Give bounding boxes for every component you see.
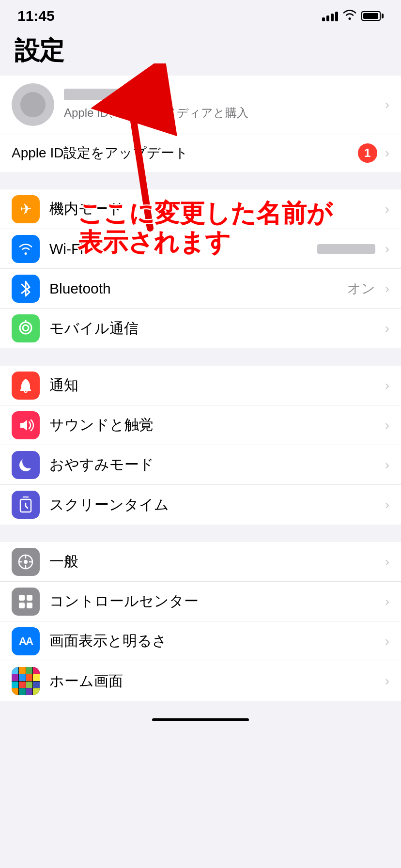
home-bar xyxy=(152,718,249,721)
avatar xyxy=(12,83,54,126)
bluetooth-label: Bluetooth xyxy=(49,280,338,297)
svg-rect-16 xyxy=(19,603,25,608)
general-section: 一般 › コントロールセンター › AA 画面表示と明るさ › xyxy=(0,542,401,701)
bluetooth-icon xyxy=(12,275,40,303)
dnd-icon xyxy=(12,451,40,479)
airplane-icon: ✈ xyxy=(12,195,40,223)
wifi-row[interactable]: Wi-Fi › xyxy=(0,229,401,269)
svg-point-9 xyxy=(24,560,28,564)
update-chevron: › xyxy=(385,145,389,161)
svg-point-1 xyxy=(23,325,29,331)
divider-2 xyxy=(0,348,401,366)
profile-subtitle: Apple ID、iCloud、メディアと購入 xyxy=(64,105,375,121)
notifications-section: 通知 › サウンドと触覚 › おやすみモード xyxy=(0,366,401,525)
wifi-icon-setting xyxy=(12,235,40,263)
settings-content: Apple ID、iCloud、メディアと購入 › Apple ID設定をアップ… xyxy=(0,76,401,711)
homescreen-icon xyxy=(12,667,40,695)
svg-rect-17 xyxy=(27,603,32,608)
svg-point-0 xyxy=(20,322,31,334)
cellular-row[interactable]: モバイル通信 › xyxy=(0,309,401,348)
airplane-chevron: › xyxy=(385,202,389,217)
screentime-icon xyxy=(12,491,40,519)
homescreen-chevron: › xyxy=(385,673,389,689)
apple-id-update-label: Apple ID設定をアップデート xyxy=(12,144,350,162)
cellular-chevron: › xyxy=(385,321,389,336)
dnd-chevron: › xyxy=(385,457,389,473)
display-icon: AA xyxy=(12,627,40,655)
bluetooth-value: オン xyxy=(347,279,375,298)
wifi-value-blur xyxy=(317,244,375,254)
screentime-label: スクリーンタイム xyxy=(49,495,375,515)
connectivity-section: ✈ 機内モード › Wi-Fi › xyxy=(0,189,401,348)
general-icon xyxy=(12,548,40,576)
general-label: 一般 xyxy=(49,552,375,572)
svg-rect-15 xyxy=(27,595,32,601)
notifications-row[interactable]: 通知 › xyxy=(0,366,401,405)
screentime-row[interactable]: スクリーンタイム › xyxy=(0,485,401,525)
notifications-label: 通知 xyxy=(49,375,375,395)
wifi-status-icon xyxy=(343,9,356,23)
notifications-chevron: › xyxy=(385,378,389,393)
bluetooth-row[interactable]: Bluetooth オン › xyxy=(0,269,401,309)
status-time: 11:45 xyxy=(17,8,55,24)
home-indicator xyxy=(0,711,401,729)
cellular-icon xyxy=(12,314,40,342)
group1-wrapper: ✈ 機内モード › Wi-Fi › xyxy=(0,189,401,348)
airplane-label: 機内モード xyxy=(49,199,375,219)
sound-chevron: › xyxy=(385,418,389,433)
dnd-label: おやすみモード xyxy=(49,455,375,475)
divider-3 xyxy=(0,525,401,542)
bluetooth-chevron: › xyxy=(385,281,389,296)
update-badge: 1 xyxy=(358,143,377,163)
control-center-icon xyxy=(12,588,40,616)
general-chevron: › xyxy=(385,554,389,570)
notifications-icon xyxy=(12,372,40,400)
battery-icon xyxy=(361,11,384,21)
svg-marker-5 xyxy=(20,420,27,431)
wifi-chevron: › xyxy=(385,241,389,257)
avatar-inner xyxy=(20,92,46,117)
screentime-chevron: › xyxy=(385,497,389,512)
apple-id-update-row[interactable]: Apple ID設定をアップデート 1 › xyxy=(0,134,401,172)
sound-icon xyxy=(12,411,40,439)
display-row[interactable]: AA 画面表示と明るさ › xyxy=(0,621,401,661)
bottom-padding xyxy=(0,701,401,711)
page-title: 設定 xyxy=(15,34,386,68)
status-icons xyxy=(322,9,384,23)
control-center-chevron: › xyxy=(385,594,389,609)
homescreen-label: ホーム画面 xyxy=(49,671,375,691)
sound-label: サウンドと触覚 xyxy=(49,415,375,435)
display-label: 画面表示と明るさ xyxy=(49,631,375,651)
status-bar: 11:45 xyxy=(0,0,401,29)
profile-row[interactable]: Apple ID、iCloud、メディアと購入 › xyxy=(0,76,401,134)
profile-section: Apple ID、iCloud、メディアと購入 › Apple ID設定をアップ… xyxy=(0,76,401,172)
dnd-row[interactable]: おやすみモード › xyxy=(0,445,401,485)
profile-chevron: › xyxy=(385,97,389,112)
homescreen-row[interactable]: ホーム画面 › xyxy=(0,661,401,701)
profile-info: Apple ID、iCloud、メディアと購入 xyxy=(64,89,375,121)
cellular-label: モバイル通信 xyxy=(49,319,375,339)
control-center-row[interactable]: コントロールセンター › xyxy=(0,582,401,621)
page-header: 設定 xyxy=(0,29,401,76)
airplane-mode-row[interactable]: ✈ 機内モード › xyxy=(0,189,401,229)
general-row[interactable]: 一般 › xyxy=(0,542,401,582)
sound-row[interactable]: サウンドと触覚 › xyxy=(0,405,401,445)
divider-1 xyxy=(0,172,401,189)
profile-name-blur xyxy=(64,89,161,100)
wifi-label: Wi-Fi xyxy=(49,241,308,257)
control-center-label: コントロールセンター xyxy=(49,591,375,611)
display-chevron: › xyxy=(385,634,389,649)
svg-rect-14 xyxy=(19,595,25,601)
signal-icon xyxy=(322,11,338,21)
